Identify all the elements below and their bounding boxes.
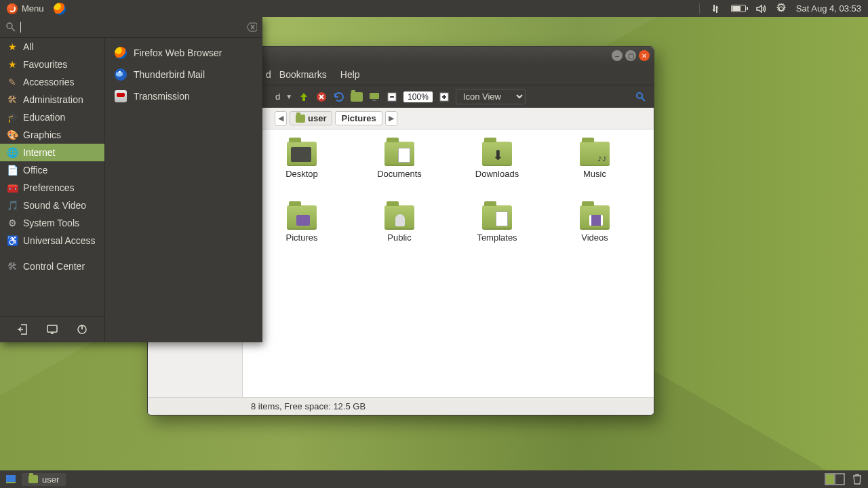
category-universal-access[interactable]: ♿Universal Access bbox=[0, 232, 104, 249]
public-emblem-icon bbox=[395, 214, 405, 226]
globe-icon: 🌐 bbox=[7, 147, 18, 158]
path-segment-user[interactable]: user bbox=[290, 111, 332, 125]
menu-button[interactable]: Menu bbox=[0, 0, 51, 17]
up-arrow-icon[interactable] bbox=[298, 91, 310, 103]
category-internet[interactable]: 🌐Internet bbox=[0, 144, 104, 161]
svg-point-0 bbox=[7, 23, 12, 28]
clear-search-icon[interactable] bbox=[246, 22, 257, 33]
folder-label: Documents bbox=[377, 169, 422, 179]
folder-videos[interactable]: Videos bbox=[549, 205, 640, 266]
category-label: Favourites bbox=[23, 59, 67, 70]
path-label: Pictures bbox=[341, 113, 376, 123]
pictures-emblem-icon bbox=[296, 215, 310, 226]
category-list: ★All ★Favourites ✎Accessories 🛠Administr… bbox=[0, 38, 105, 342]
menu-bookmarks[interactable]: Bookmarks bbox=[274, 67, 332, 82]
category-label: Preferences bbox=[23, 182, 74, 193]
reload-icon[interactable] bbox=[333, 91, 345, 103]
computer-icon[interactable] bbox=[368, 91, 380, 103]
chevron-down-icon[interactable]: ▼ bbox=[285, 93, 292, 100]
window-close-button[interactable]: ✕ bbox=[639, 50, 650, 61]
app-thunderbird[interactable]: Thunderbird Mail bbox=[105, 64, 262, 85]
folder-label: Public bbox=[387, 232, 411, 243]
sound-icon: 🎵 bbox=[7, 200, 18, 211]
category-accessories[interactable]: ✎Accessories bbox=[0, 73, 104, 91]
category-label: Administration bbox=[23, 94, 83, 105]
app-transmission[interactable]: Transmission bbox=[105, 85, 262, 107]
folder-documents[interactable]: Documents bbox=[354, 142, 445, 203]
power-icon[interactable] bbox=[76, 323, 88, 336]
desktop-emblem-icon bbox=[291, 147, 311, 162]
firefox-launcher[interactable] bbox=[51, 0, 73, 17]
home-folder-icon[interactable] bbox=[351, 91, 363, 103]
category-education[interactable]: 🎓Education bbox=[0, 108, 104, 126]
category-administration[interactable]: 🛠Administration bbox=[0, 91, 104, 108]
category-graphics[interactable]: 🎨Graphics bbox=[0, 126, 104, 144]
search-caret bbox=[20, 22, 21, 33]
svg-rect-4 bbox=[370, 93, 379, 99]
ubuntu-logo-icon bbox=[7, 3, 18, 14]
path-segment-pictures[interactable]: Pictures bbox=[335, 111, 382, 125]
workspace-switcher[interactable] bbox=[825, 473, 845, 485]
clock[interactable]: Sat Aug 4, 03:53 bbox=[796, 3, 861, 14]
show-desktop-icon[interactable] bbox=[5, 474, 16, 485]
menu-label: Menu bbox=[22, 3, 44, 14]
templates-emblem-icon bbox=[496, 211, 508, 226]
wrench-icon: 🛠 bbox=[7, 94, 18, 105]
zoom-in-icon[interactable] bbox=[438, 91, 450, 103]
category-label: Internet bbox=[23, 147, 55, 158]
document-emblem-icon bbox=[398, 148, 410, 163]
folder-public[interactable]: Public bbox=[354, 205, 445, 266]
category-office[interactable]: 📄Office bbox=[0, 161, 104, 179]
app-label: Transmission bbox=[134, 91, 190, 102]
star-icon: ★ bbox=[7, 59, 18, 70]
network-icon[interactable] bbox=[711, 3, 722, 14]
folder-label: Videos bbox=[581, 232, 608, 243]
folder-templates[interactable]: Templates bbox=[452, 205, 542, 266]
accessibility-icon: ♿ bbox=[7, 235, 18, 246]
category-label: Office bbox=[23, 165, 47, 176]
menu-search-input[interactable] bbox=[25, 20, 242, 35]
folder-label: Templates bbox=[477, 232, 517, 243]
svg-rect-5 bbox=[372, 100, 376, 101]
folder-desktop[interactable]: Desktop bbox=[256, 142, 347, 203]
folder-downloads[interactable]: ⬇Downloads bbox=[452, 142, 542, 203]
logout-icon[interactable] bbox=[16, 323, 28, 336]
menu-help[interactable]: Help bbox=[335, 67, 366, 82]
firefox-icon bbox=[115, 47, 127, 59]
window-maximize-button[interactable]: ▢ bbox=[625, 50, 636, 61]
battery-icon[interactable] bbox=[731, 5, 746, 12]
icon-grid[interactable]: Desktop Documents ⬇Downloads ♪Music Pict… bbox=[243, 129, 654, 397]
office-icon: 📄 bbox=[7, 165, 18, 176]
taskbar-window-user[interactable]: user bbox=[22, 473, 66, 486]
path-back-button[interactable]: ◀ bbox=[275, 111, 287, 126]
category-all[interactable]: ★All bbox=[0, 38, 104, 56]
trash-icon[interactable] bbox=[852, 473, 863, 485]
graphics-icon: 🎨 bbox=[7, 129, 18, 140]
transmission-icon bbox=[115, 90, 127, 102]
menubar-item-d-suffix[interactable]: d bbox=[266, 69, 271, 80]
window-minimize-button[interactable]: – bbox=[612, 50, 623, 61]
lock-screen-icon[interactable] bbox=[46, 323, 58, 336]
category-preferences[interactable]: 🧰Preferences bbox=[0, 179, 104, 197]
category-label: Sound & Video bbox=[23, 200, 86, 211]
svg-rect-9 bbox=[6, 475, 16, 482]
menu-search-row bbox=[0, 17, 262, 38]
control-center[interactable]: 🛠Control Center bbox=[0, 258, 104, 275]
category-system-tools[interactable]: ⚙System Tools bbox=[0, 214, 104, 232]
app-firefox[interactable]: Firefox Web Browser bbox=[105, 42, 262, 64]
folder-pictures[interactable]: Pictures bbox=[256, 205, 347, 266]
folder-music[interactable]: ♪Music bbox=[549, 142, 640, 203]
taskbar-label: user bbox=[42, 474, 59, 485]
stop-icon[interactable] bbox=[315, 91, 328, 103]
folder-label: Music bbox=[583, 169, 606, 179]
category-sound-video[interactable]: 🎵Sound & Video bbox=[0, 197, 104, 214]
path-forward-button[interactable]: ▶ bbox=[385, 111, 397, 126]
view-mode-select[interactable]: Icon View bbox=[456, 89, 526, 104]
download-emblem-icon: ⬇ bbox=[492, 147, 504, 163]
zoom-out-icon[interactable] bbox=[386, 91, 398, 103]
search-icon[interactable] bbox=[635, 91, 647, 103]
volume-icon[interactable] bbox=[755, 3, 766, 14]
category-favourites[interactable]: ★Favourites bbox=[0, 56, 104, 73]
session-row bbox=[0, 316, 104, 342]
settings-gear-icon[interactable] bbox=[776, 3, 787, 14]
